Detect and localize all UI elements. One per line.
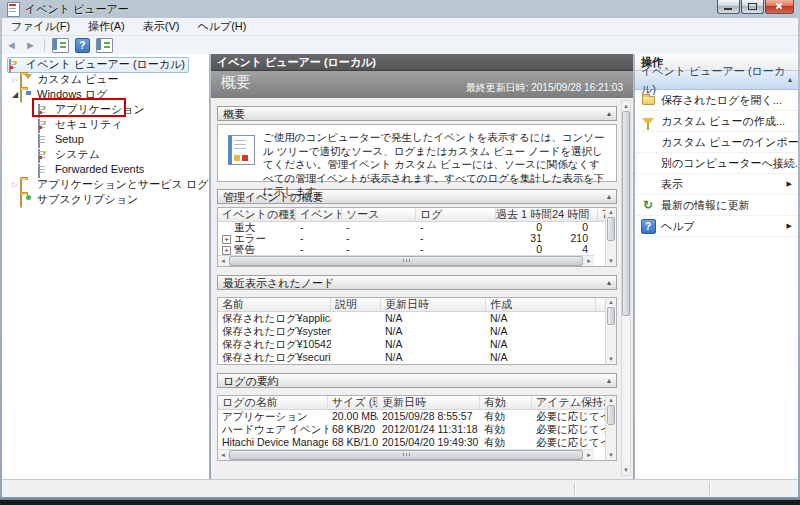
console-tree-icon[interactable] — [52, 38, 69, 53]
menu-action[interactable]: 操作(A) — [79, 18, 134, 35]
action-view[interactable]: 表示 ▶ — [635, 174, 798, 195]
collapse-icon[interactable]: ▴ — [607, 190, 611, 204]
table-row-warning[interactable]: +警告 - - - 0 4 — [218, 244, 605, 255]
table-row-critical[interactable]: 重大 - - - 0 0 — [218, 222, 605, 233]
section-log-summary-header[interactable]: ログの要約 ▴ — [217, 373, 617, 388]
scroll-up-icon[interactable]: ▲ — [608, 298, 614, 307]
cell: N/A — [486, 325, 596, 338]
column-header[interactable]: イベント ID — [296, 208, 342, 221]
action-pane-icon[interactable] — [96, 38, 113, 53]
action-open-saved-log[interactable]: 保存されたログを開く... — [635, 90, 798, 111]
scroll-down-icon[interactable]: ▼ — [623, 465, 629, 475]
column-header[interactable]: 24 時間 — [552, 208, 598, 221]
vertical-scrollbar[interactable]: ▲ ▼ — [605, 298, 616, 364]
column-header[interactable]: 過去 1 時間 — [496, 208, 552, 221]
collapse-icon[interactable]: ▴ — [607, 374, 611, 388]
section-recent-nodes-header[interactable]: 最近表示されたノード ▴ — [217, 275, 617, 290]
scroll-right-icon[interactable]: ► — [584, 258, 594, 264]
scrollbar-thumb[interactable] — [622, 111, 630, 316]
table-row[interactable]: アプリケーション 20.00 MB/.. 2015/09/28 8:55:57 … — [218, 410, 605, 423]
tree-item-security[interactable]: セキュリティ — [2, 117, 209, 132]
scroll-down-icon[interactable]: ▼ — [608, 257, 614, 266]
action-import-custom-view[interactable]: カスタム ビューのインポート... — [635, 132, 798, 153]
column-header[interactable]: 7 — [598, 208, 605, 221]
collapse-icon[interactable]: ▴ — [607, 276, 611, 290]
minimize-button[interactable] — [717, 0, 740, 14]
back-icon[interactable]: ◄ — [2, 37, 21, 53]
collapse-icon[interactable]: ▴ — [607, 107, 611, 121]
scroll-up-icon[interactable]: ▲ — [608, 208, 614, 217]
scroll-up-icon[interactable]: ▲ — [623, 101, 629, 111]
scroll-right-icon[interactable]: ► — [584, 452, 594, 458]
forward-icon[interactable]: ► — [21, 37, 40, 53]
tree-item-system[interactable]: システム — [2, 147, 209, 162]
scrollbar-thumb[interactable] — [229, 256, 583, 266]
chevron-expanded-icon[interactable]: ◢ — [10, 87, 20, 102]
menu-help[interactable]: ヘルプ(H) — [188, 18, 255, 35]
tree-item-forwarded-events[interactable]: Forwarded Events — [2, 162, 209, 177]
tree-item-setup[interactable]: Setup — [2, 132, 209, 147]
titlebar[interactable]: イベント ビューアー — [0, 0, 800, 18]
menu-view[interactable]: 表示(V) — [134, 18, 189, 35]
scrollbar-thumb[interactable] — [607, 405, 615, 425]
expand-plus-icon[interactable]: + — [222, 246, 231, 255]
column-header[interactable]: ソース — [342, 208, 416, 221]
tree-item-custom-views[interactable]: ▷ カスタム ビュー — [2, 72, 209, 87]
column-header[interactable]: イベントの種類 — [218, 208, 296, 221]
tree-item-root[interactable]: イベント ビューアー (ローカル) — [2, 57, 209, 72]
maximize-button[interactable] — [741, 0, 764, 14]
column-header[interactable]: アイテム保持ポリシ.. — [532, 396, 605, 409]
scrollbar-thumb[interactable] — [607, 217, 615, 241]
expand-plus-icon[interactable]: + — [222, 235, 231, 244]
setup-log-icon — [38, 134, 40, 148]
vertical-scrollbar[interactable]: ▲ ▼ — [605, 396, 616, 460]
column-header[interactable]: 更新日時 — [381, 298, 486, 311]
table-row[interactable]: 保存されたログ¥application N/A N/A — [218, 312, 605, 325]
last-updated-timestamp: 最終更新日時: 2015/09/28 16:21:03 — [466, 81, 623, 95]
collapse-icon[interactable]: ▴ — [788, 71, 792, 89]
scroll-up-icon[interactable]: ▲ — [608, 396, 614, 405]
horizontal-scrollbar[interactable]: ◄ ► — [218, 255, 594, 266]
tree-item-label: セキュリティ — [55, 117, 123, 132]
actions-group-header[interactable]: イベント ビューアー (ローカル) ▴ — [635, 71, 798, 90]
vertical-scrollbar[interactable]: ▲ ▼ — [605, 208, 616, 266]
scroll-down-icon[interactable]: ▼ — [608, 355, 614, 364]
column-header[interactable]: 名前 — [218, 298, 331, 311]
menu-file[interactable]: ファイル(F) — [2, 18, 79, 35]
tree-item-subscriptions[interactable]: サブスクリプション — [2, 192, 209, 207]
chevron-collapsed-icon[interactable]: ▷ — [10, 177, 20, 192]
scrollbar-thumb[interactable] — [607, 307, 615, 325]
chevron-collapsed-icon[interactable]: ▷ — [10, 72, 20, 87]
scroll-left-icon[interactable]: ◄ — [218, 258, 228, 264]
main-vertical-scrollbar[interactable]: ▲ ▼ — [621, 100, 631, 476]
column-header[interactable]: 作成 — [486, 298, 596, 311]
column-header[interactable]: 更新日時 — [378, 396, 480, 409]
action-refresh[interactable]: ↻ 最新の情報に更新 — [635, 195, 798, 216]
column-header[interactable]: 有効 — [480, 396, 532, 409]
close-button[interactable] — [765, 0, 794, 14]
status-bar-divider — [574, 483, 575, 495]
table-row[interactable]: 保存されたログ¥105427 N/A N/A — [218, 338, 605, 351]
table-row[interactable]: ハードウェア イベント 68 KB/20 .. 2012/01/24 11:31… — [218, 423, 605, 436]
column-header[interactable]: サイズ (現.. — [328, 396, 378, 409]
help-icon[interactable]: ? — [75, 38, 90, 53]
column-header[interactable]: 説明 — [331, 298, 381, 311]
horizontal-scrollbar[interactable]: ◄ ► — [218, 449, 594, 460]
column-header[interactable]: ログ — [416, 208, 496, 221]
table-row[interactable]: 保存されたログ¥security N/A N/A — [218, 351, 605, 364]
scrollbar-thumb[interactable] — [229, 450, 583, 460]
tree-item-apps-services-logs[interactable]: ▷ アプリケーションとサービス ログ — [2, 177, 209, 192]
section-overview: 概要 ▴ ご使用のコンピューターで発生したイベントを表示するには、コンソール ツ… — [217, 106, 617, 182]
table-row[interactable]: Hitachi Device Manager - .. 68 KB/1.00..… — [218, 436, 605, 449]
scroll-down-icon[interactable]: ▼ — [608, 451, 614, 460]
action-help[interactable]: ? ヘルプ ▶ — [635, 216, 798, 237]
action-connect-another-computer[interactable]: 別のコンピューターへ接続... — [635, 153, 798, 174]
section-overview-header[interactable]: 概要 ▴ — [217, 106, 617, 121]
action-create-custom-view[interactable]: カスタム ビューの作成... — [635, 111, 798, 132]
column-header[interactable]: ログの名前 — [218, 396, 328, 409]
tree-item-label: サブスクリプション — [37, 192, 138, 207]
scroll-left-icon[interactable]: ◄ — [218, 452, 228, 458]
section-title: 管理イベントの概要 — [223, 190, 323, 204]
table-row-error[interactable]: +エラー - - - 31 210 — [218, 233, 605, 244]
table-row[interactable]: 保存されたログ¥system N/A N/A — [218, 325, 605, 338]
